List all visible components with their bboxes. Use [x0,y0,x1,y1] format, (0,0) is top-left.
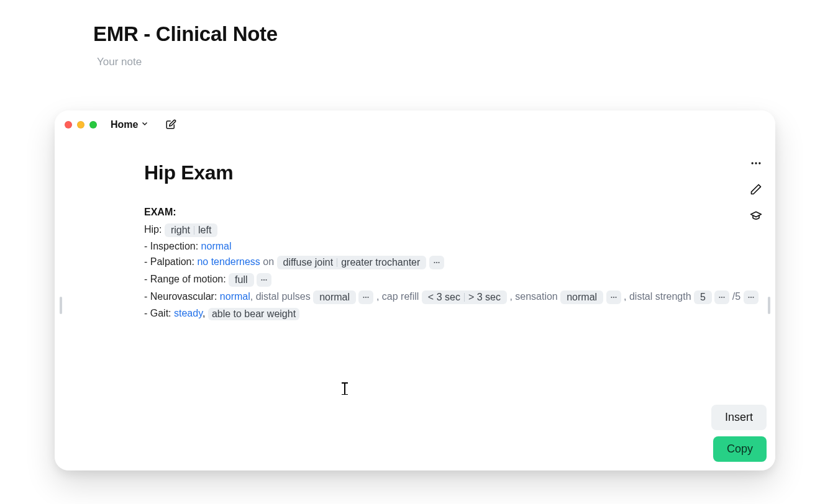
inspection-value[interactable]: normal [201,241,232,251]
document-title: Hip Exam [144,161,740,184]
hip-label: Hip: [144,224,162,235]
neuro-caprefill-label: , cap refill [376,291,419,302]
line-neurovascular: - Neurovascular: normal, distal pulses n… [144,289,740,306]
rom-value-selector[interactable]: full [229,273,253,287]
neuro-caprefill-selector[interactable]: < 3 sec > 3 sec [422,290,507,304]
traffic-lights [65,121,97,128]
neuro-sensation-value[interactable]: normal [564,292,599,303]
svg-point-19 [750,297,752,298]
left-resize-handle[interactable] [60,297,62,314]
palpation-value[interactable]: no tenderness [197,256,260,267]
neuro-strength-label: , distal strength [624,291,691,302]
svg-point-11 [368,297,369,298]
rom-label: - Range of motion: [144,274,226,284]
svg-point-7 [263,279,265,281]
caprefill-gt3[interactable]: > 3 sec [466,292,503,303]
text-cursor-icon [342,382,348,395]
right-resize-handle[interactable] [768,297,770,314]
svg-point-10 [365,297,367,298]
palpation-area-selector[interactable]: diffuse joint greater trochanter [277,256,427,269]
svg-point-20 [752,297,754,298]
palpation-on: on [263,256,274,267]
line-inspection: - Inspection: normal [144,239,740,254]
pencil-icon[interactable] [749,182,763,196]
gait-label: - Gait: [144,308,171,318]
svg-point-4 [436,262,437,263]
compose-icon[interactable] [164,118,178,132]
gait-bear-weight-chip[interactable]: able to bear weight [208,308,299,320]
svg-point-15 [719,297,721,298]
window-minimize-icon[interactable] [77,121,84,128]
svg-point-14 [615,297,616,298]
svg-point-1 [755,162,757,164]
panel-titlebar: Home [55,110,775,139]
chevron-down-icon [140,119,149,130]
svg-point-18 [748,297,749,298]
neuro-strength-denom: /5 [732,291,740,302]
svg-point-5 [438,262,439,263]
palpation-more-icon[interactable] [429,256,444,269]
svg-point-0 [752,162,754,164]
svg-point-12 [611,297,612,298]
svg-point-8 [265,279,266,281]
action-buttons: Insert Copy [711,405,767,462]
neuro-strength-more-icon[interactable] [714,290,729,304]
line-gait: - Gait: steady, able to bear weight [144,306,740,322]
palpation-area-diffuse[interactable]: diffuse joint [281,257,336,268]
palpation-label: - Palpation: [144,256,194,267]
svg-point-6 [261,279,262,281]
line-palpation: - Palpation: no tenderness on diffuse jo… [144,254,740,271]
neuro-pulses-more-icon[interactable] [358,290,373,304]
section-heading: EXAM: [144,207,740,218]
nav-home[interactable]: Home [111,119,149,130]
neuro-strength-value[interactable]: 5 [698,292,708,303]
caprefill-lt3[interactable]: < 3 sec [426,292,463,303]
window-close-icon[interactable] [65,121,72,128]
palpation-area-trochanter[interactable]: greater trochanter [339,257,422,268]
nav-home-label: Home [111,119,138,130]
inspection-label: - Inspection: [144,241,198,251]
svg-point-3 [434,262,435,263]
svg-point-9 [363,297,365,298]
neuro-pulses-selector[interactable]: normal [313,290,356,304]
neuro-sensation-label: , sensation [509,291,557,302]
line-hip: Hip: right left [144,222,740,239]
gait-value[interactable]: steady [174,308,203,318]
side-controls [749,156,763,222]
page-subtitle: Your note [97,56,142,68]
note-panel: Home [55,110,775,470]
graduation-cap-icon[interactable] [749,209,763,222]
neuro-strength-denom-more-icon[interactable] [744,290,758,304]
svg-point-16 [721,297,722,298]
line-rom: - Range of motion: full [144,271,740,289]
neuro-strength-selector[interactable]: 5 [694,290,712,304]
hip-option-right[interactable]: right [168,225,193,236]
neuro-label: - Neurovascular: [144,291,217,302]
rom-value[interactable]: full [232,274,250,286]
svg-point-17 [724,297,725,298]
copy-button[interactable]: Copy [713,436,767,462]
neuro-sensation-more-icon[interactable] [606,290,621,304]
svg-point-2 [758,162,760,164]
hip-side-selector[interactable]: right left [165,223,217,237]
neuro-pulses-label: , distal pulses [250,291,311,302]
neuro-overall[interactable]: normal [220,291,250,302]
rom-more-icon[interactable] [257,273,271,287]
page-title: EMR - Clinical Note [93,22,278,46]
svg-point-13 [613,297,614,298]
neuro-sensation-selector[interactable]: normal [560,290,603,304]
hip-option-left[interactable]: left [196,225,214,236]
more-icon[interactable] [749,156,763,170]
neuro-pulses-value[interactable]: normal [317,292,352,303]
insert-button[interactable]: Insert [711,405,767,430]
window-zoom-icon[interactable] [89,121,97,128]
